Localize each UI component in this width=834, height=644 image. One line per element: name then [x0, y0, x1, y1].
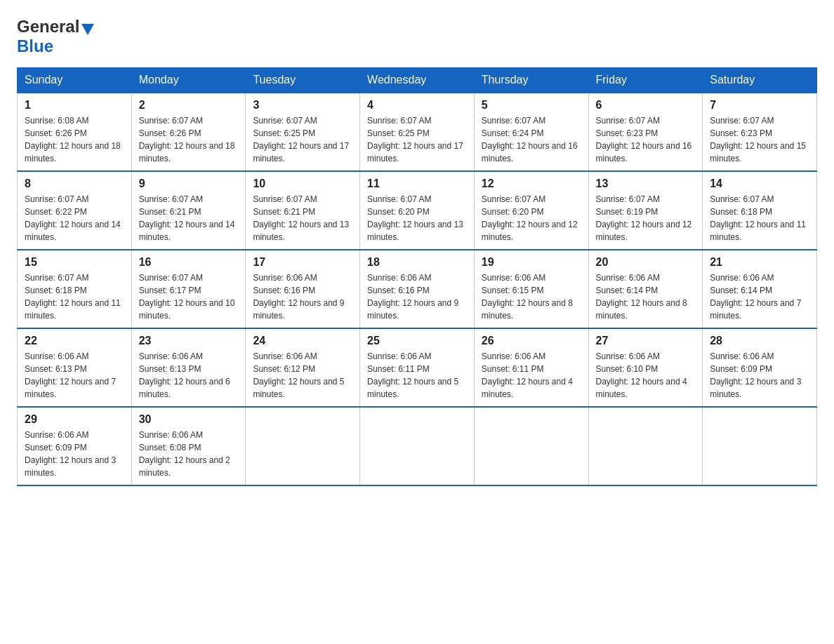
day-info: Sunrise: 6:06 AMSunset: 6:14 PMDaylight:… — [710, 271, 809, 322]
calendar-cell: 17Sunrise: 6:06 AMSunset: 6:16 PMDayligh… — [246, 250, 360, 328]
calendar-cell: 5Sunrise: 6:07 AMSunset: 6:24 PMDaylight… — [474, 93, 588, 171]
calendar-cell — [246, 407, 360, 485]
day-info: Sunrise: 6:07 AMSunset: 6:21 PMDaylight:… — [253, 193, 352, 243]
calendar-table: SundayMondayTuesdayWednesdayThursdayFrid… — [17, 67, 817, 486]
day-number: 11 — [367, 177, 467, 190]
calendar-cell: 3Sunrise: 6:07 AMSunset: 6:25 PMDaylight… — [246, 93, 360, 171]
calendar-cell: 29Sunrise: 6:06 AMSunset: 6:09 PMDayligh… — [18, 407, 132, 485]
calendar-header-row: SundayMondayTuesdayWednesdayThursdayFrid… — [18, 68, 817, 93]
calendar-cell: 12Sunrise: 6:07 AMSunset: 6:20 PMDayligh… — [474, 171, 588, 250]
calendar-cell: 18Sunrise: 6:06 AMSunset: 6:16 PMDayligh… — [360, 250, 475, 328]
calendar-cell: 7Sunrise: 6:07 AMSunset: 6:23 PMDaylight… — [703, 93, 817, 171]
day-number: 12 — [482, 177, 581, 190]
day-number: 28 — [710, 335, 809, 347]
calendar-week-row: 15Sunrise: 6:07 AMSunset: 6:18 PMDayligh… — [18, 250, 817, 328]
weekday-header-wednesday: Wednesday — [360, 68, 475, 93]
calendar-cell: 8Sunrise: 6:07 AMSunset: 6:22 PMDaylight… — [18, 171, 132, 250]
calendar-cell: 9Sunrise: 6:07 AMSunset: 6:21 PMDaylight… — [131, 171, 246, 250]
day-info: Sunrise: 6:06 AMSunset: 6:16 PMDaylight:… — [253, 271, 352, 322]
day-number: 21 — [710, 256, 809, 269]
logo: General Blue — [17, 17, 96, 56]
weekday-header-saturday: Saturday — [703, 68, 817, 93]
day-number: 19 — [482, 256, 581, 269]
calendar-week-row: 8Sunrise: 6:07 AMSunset: 6:22 PMDaylight… — [18, 171, 817, 250]
calendar-cell: 14Sunrise: 6:07 AMSunset: 6:18 PMDayligh… — [703, 171, 817, 250]
calendar-cell: 1Sunrise: 6:08 AMSunset: 6:26 PMDaylight… — [18, 93, 132, 171]
day-number: 5 — [482, 99, 581, 112]
calendar-cell: 6Sunrise: 6:07 AMSunset: 6:23 PMDaylight… — [588, 93, 703, 171]
calendar-cell: 21Sunrise: 6:06 AMSunset: 6:14 PMDayligh… — [703, 250, 817, 328]
calendar-cell: 26Sunrise: 6:06 AMSunset: 6:11 PMDayligh… — [474, 328, 588, 407]
calendar-cell: 10Sunrise: 6:07 AMSunset: 6:21 PMDayligh… — [246, 171, 360, 250]
day-number: 1 — [25, 99, 124, 112]
day-info: Sunrise: 6:06 AMSunset: 6:09 PMDaylight:… — [25, 429, 124, 479]
calendar-cell: 27Sunrise: 6:06 AMSunset: 6:10 PMDayligh… — [588, 328, 703, 407]
day-info: Sunrise: 6:08 AMSunset: 6:26 PMDaylight:… — [25, 114, 124, 165]
calendar-cell: 25Sunrise: 6:06 AMSunset: 6:11 PMDayligh… — [360, 328, 475, 407]
day-info: Sunrise: 6:07 AMSunset: 6:23 PMDaylight:… — [596, 114, 696, 165]
day-number: 23 — [139, 335, 239, 347]
day-number: 15 — [25, 256, 124, 269]
day-info: Sunrise: 6:07 AMSunset: 6:18 PMDaylight:… — [710, 193, 809, 243]
calendar-week-row: 29Sunrise: 6:06 AMSunset: 6:09 PMDayligh… — [18, 407, 817, 485]
weekday-header-monday: Monday — [131, 68, 246, 93]
day-number: 18 — [367, 256, 467, 269]
calendar-cell: 16Sunrise: 6:07 AMSunset: 6:17 PMDayligh… — [131, 250, 246, 328]
day-number: 9 — [139, 177, 239, 190]
weekday-header-friday: Friday — [588, 68, 703, 93]
day-info: Sunrise: 6:06 AMSunset: 6:11 PMDaylight:… — [482, 350, 581, 401]
calendar-cell — [703, 407, 817, 485]
day-info: Sunrise: 6:06 AMSunset: 6:13 PMDaylight:… — [25, 350, 124, 401]
day-info: Sunrise: 6:06 AMSunset: 6:09 PMDaylight:… — [710, 350, 809, 401]
calendar-week-row: 1Sunrise: 6:08 AMSunset: 6:26 PMDaylight… — [18, 93, 817, 171]
calendar-cell — [588, 407, 703, 485]
day-number: 22 — [25, 335, 124, 347]
day-number: 29 — [25, 413, 124, 426]
day-number: 13 — [596, 177, 696, 190]
day-number: 27 — [596, 335, 696, 347]
calendar-cell: 23Sunrise: 6:06 AMSunset: 6:13 PMDayligh… — [131, 328, 246, 407]
day-number: 10 — [253, 177, 352, 190]
day-number: 7 — [710, 99, 809, 112]
logo-blue: Blue — [17, 36, 53, 55]
calendar-cell: 2Sunrise: 6:07 AMSunset: 6:26 PMDaylight… — [131, 93, 246, 171]
calendar-cell: 4Sunrise: 6:07 AMSunset: 6:25 PMDaylight… — [360, 93, 475, 171]
day-info: Sunrise: 6:06 AMSunset: 6:10 PMDaylight:… — [596, 350, 696, 401]
calendar-cell: 28Sunrise: 6:06 AMSunset: 6:09 PMDayligh… — [703, 328, 817, 407]
day-info: Sunrise: 6:07 AMSunset: 6:20 PMDaylight:… — [482, 193, 581, 243]
day-info: Sunrise: 6:07 AMSunset: 6:25 PMDaylight:… — [367, 114, 467, 165]
day-number: 16 — [139, 256, 239, 269]
day-info: Sunrise: 6:07 AMSunset: 6:25 PMDaylight:… — [253, 114, 352, 165]
day-info: Sunrise: 6:07 AMSunset: 6:17 PMDaylight:… — [139, 271, 239, 322]
day-info: Sunrise: 6:07 AMSunset: 6:23 PMDaylight:… — [710, 114, 809, 165]
weekday-header-tuesday: Tuesday — [246, 68, 360, 93]
calendar-cell: 11Sunrise: 6:07 AMSunset: 6:20 PMDayligh… — [360, 171, 475, 250]
day-number: 2 — [139, 99, 239, 112]
day-info: Sunrise: 6:07 AMSunset: 6:24 PMDaylight:… — [482, 114, 581, 165]
day-number: 3 — [253, 99, 352, 112]
day-info: Sunrise: 6:07 AMSunset: 6:19 PMDaylight:… — [596, 193, 696, 243]
calendar-cell: 22Sunrise: 6:06 AMSunset: 6:13 PMDayligh… — [18, 328, 132, 407]
day-number: 8 — [25, 177, 124, 190]
day-number: 26 — [482, 335, 581, 347]
day-info: Sunrise: 6:06 AMSunset: 6:15 PMDaylight:… — [482, 271, 581, 322]
day-info: Sunrise: 6:06 AMSunset: 6:12 PMDaylight:… — [253, 350, 352, 401]
calendar-cell: 30Sunrise: 6:06 AMSunset: 6:08 PMDayligh… — [131, 407, 246, 485]
day-number: 17 — [253, 256, 352, 269]
day-info: Sunrise: 6:06 AMSunset: 6:11 PMDaylight:… — [367, 350, 467, 401]
logo-general: General — [17, 17, 79, 36]
day-info: Sunrise: 6:07 AMSunset: 6:22 PMDaylight:… — [25, 193, 124, 243]
calendar-cell — [360, 407, 475, 485]
day-number: 20 — [596, 256, 696, 269]
day-info: Sunrise: 6:06 AMSunset: 6:13 PMDaylight:… — [139, 350, 239, 401]
day-info: Sunrise: 6:06 AMSunset: 6:08 PMDaylight:… — [139, 429, 239, 479]
calendar-cell: 20Sunrise: 6:06 AMSunset: 6:14 PMDayligh… — [588, 250, 703, 328]
calendar-cell: 15Sunrise: 6:07 AMSunset: 6:18 PMDayligh… — [18, 250, 132, 328]
day-info: Sunrise: 6:07 AMSunset: 6:18 PMDaylight:… — [25, 271, 124, 322]
day-number: 30 — [139, 413, 239, 426]
day-number: 14 — [710, 177, 809, 190]
day-number: 24 — [253, 335, 352, 347]
calendar-cell — [474, 407, 588, 485]
day-info: Sunrise: 6:06 AMSunset: 6:16 PMDaylight:… — [367, 271, 467, 322]
calendar-cell: 13Sunrise: 6:07 AMSunset: 6:19 PMDayligh… — [588, 171, 703, 250]
